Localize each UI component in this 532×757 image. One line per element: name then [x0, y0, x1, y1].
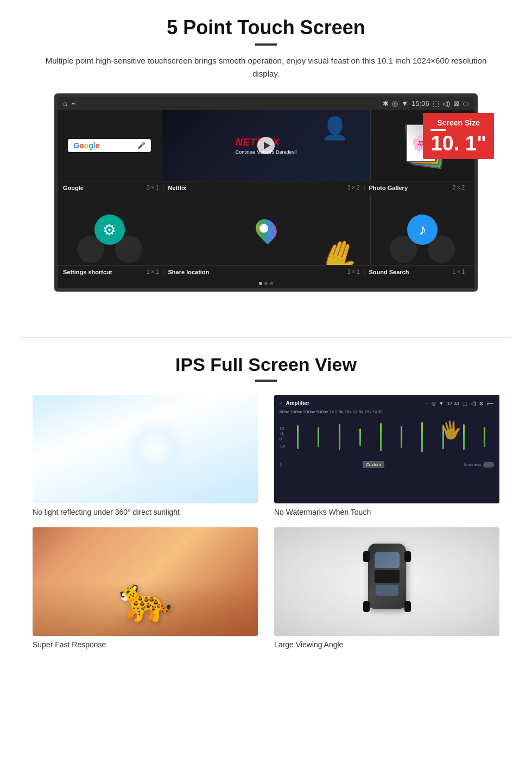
section-touch-screen: 5 Point Touch Screen Multiple point high…: [0, 0, 532, 294]
netflix-cell[interactable]: 👤 NETFLIX Continue Marvel's Daredevil: [162, 110, 371, 181]
feature-caption-1: No light reflecting under 360° direct su…: [33, 508, 258, 516]
car-wheel-rl: [363, 601, 370, 612]
eq-slider-1[interactable]: [297, 425, 299, 449]
eq-slider-7[interactable]: [421, 422, 423, 452]
share-label: Share location 1 × 1: [164, 269, 365, 275]
app-labels-row1: Google 3 × 1 Netflix 3 × 2 Photo Gallery…: [58, 181, 474, 194]
sky-image: [33, 395, 258, 503]
usb-icon: ⌁: [72, 99, 76, 108]
car-wheel-fl: [363, 551, 370, 562]
eq-balance-label: 10: [280, 427, 285, 431]
sound-name: Sound Search: [369, 269, 409, 275]
play-button[interactable]: [257, 137, 275, 154]
feature-no-watermark: ⌂ Amplifier ·· ◎ ▼ 17:33 ⬚ ◁) ⊠ ⟵ 60hz 1…: [274, 395, 499, 516]
eq-win: ⟵: [487, 401, 494, 406]
eq-slider-3[interactable]: [339, 424, 340, 450]
eq-x: ⊠: [479, 401, 484, 406]
mic-icon: 🎤: [137, 142, 145, 149]
feature-fast-response: 🐆 Super Fast Response: [33, 527, 258, 649]
eq-freq-labels: 60hz 100hz 200hz 500hz 1k 2.5k 10k 12.5k…: [280, 409, 382, 414]
google-name: Google: [63, 185, 84, 191]
car-windshield: [375, 552, 400, 568]
car-rear-window: [376, 585, 398, 596]
share-size: 1 × 1: [347, 269, 360, 275]
share-location-cell[interactable]: 🤚: [162, 194, 371, 265]
sound-size: 1 × 1: [452, 269, 465, 275]
netflix-thumbnail: 👤 NETFLIX Continue Marvel's Daredevil: [162, 110, 370, 181]
location-icon: ◎: [392, 99, 398, 108]
feature-caption-3: Super Fast Response: [33, 640, 258, 649]
eq-title: Amplifier: [286, 400, 309, 406]
feature-image-car: [274, 527, 499, 636]
sound-label: Sound Search 1 × 1: [365, 269, 470, 275]
car-top-view: [365, 544, 409, 620]
device-screen: ⌂ ⌁ ✱ ◎ ▼ 15:06 ⬚ ◁) ⊠ ▭: [54, 93, 478, 292]
sound-search-cell[interactable]: ♪: [371, 194, 475, 265]
eq-slider-4[interactable]: [359, 428, 361, 446]
section1-description: Multiple point high-sensitive touchscree…: [33, 54, 499, 80]
app-row-2: ⚙ 🤚: [58, 194, 474, 266]
feature-image-sky: [33, 395, 258, 503]
eq-loudness-label: loudness: [464, 462, 482, 467]
device-mockup: ⌂ ⌁ ✱ ◎ ▼ 15:06 ⬚ ◁) ⊠ ▭: [54, 93, 478, 292]
eq-custom-button[interactable]: Custom: [363, 461, 384, 468]
eq-vol: ◁): [471, 401, 476, 406]
dot-3: [270, 282, 273, 285]
car-roof: [375, 570, 400, 583]
badge-size: 10. 1": [430, 132, 486, 155]
cheetah-image: 🐆: [33, 527, 258, 636]
settings-size: 1 × 1: [147, 269, 159, 275]
eq-slider-5[interactable]: [380, 423, 382, 451]
feature-caption-4: Large Viewing Angle: [274, 640, 499, 649]
eq-fader-label: 0: [280, 437, 285, 441]
status-time: 15:06: [411, 99, 429, 108]
window-icon[interactable]: ▭: [463, 99, 469, 108]
camera-icon[interactable]: ⬚: [433, 99, 439, 108]
close-icon[interactable]: ⊠: [453, 99, 459, 108]
google-cell[interactable]: Google 🎤: [58, 110, 162, 181]
cheetah-silhouette: 🐆: [118, 574, 173, 625]
share-thumbnail: 🤚: [162, 194, 370, 265]
eq-location-icon: ◎: [432, 401, 436, 406]
gallery-label: Photo Gallery 2 × 2: [365, 185, 470, 191]
title-underline: [255, 43, 277, 46]
eq-loudness-toggle[interactable]: [483, 462, 494, 468]
pagination-dots: [58, 279, 474, 288]
sound-thumbnail: ♪: [371, 194, 475, 265]
status-center: ✱ ◎ ▼ 15:06 ⬚ ◁) ⊠ ▭: [383, 99, 469, 108]
google-search-bar[interactable]: Google 🎤: [68, 139, 151, 152]
netflix-label-cell: Netflix 3 × 2: [164, 185, 365, 191]
car-wheel-fr: [404, 551, 411, 562]
eq-time: 17:33: [447, 401, 459, 406]
section2-underline: [255, 380, 277, 382]
status-left-icons: ⌂ ⌁: [63, 99, 76, 108]
eq-back-icon[interactable]: ⟨⟨: [280, 462, 283, 467]
settings-name: Settings shortcut: [63, 269, 112, 275]
feature-caption-2: No Watermarks When Touch: [274, 508, 499, 516]
feature-image-cheetah: 🐆: [33, 527, 258, 636]
netflix-size: 3 × 2: [347, 185, 360, 191]
volume-icon[interactable]: ◁): [442, 99, 450, 108]
screen-size-badge: Screen Size 10. 1": [423, 113, 494, 159]
eq-wifi: ▼: [439, 401, 444, 406]
section2-title: IPS Full Screen View: [33, 354, 499, 375]
share-name: Share location: [168, 269, 210, 275]
eq-slider-2[interactable]: [318, 427, 319, 447]
google-logo: Google: [73, 141, 99, 150]
settings-cell[interactable]: ⚙: [58, 194, 162, 265]
features-grid: No light reflecting under 360° direct su…: [33, 395, 499, 649]
eq-balance-icon: ◁): [280, 432, 285, 436]
status-bar: ⌂ ⌁ ✱ ◎ ▼ 15:06 ⬚ ◁) ⊠ ▭: [58, 97, 474, 110]
google-label: Google 3 × 1: [63, 185, 164, 191]
settings-thumbnail: ⚙: [58, 194, 162, 265]
eq-fader-text: -10: [280, 444, 285, 448]
gallery-size: 2 × 2: [452, 185, 465, 191]
dot-2: [264, 282, 268, 285]
settings-label: Settings shortcut 1 × 1: [63, 269, 164, 275]
eq-slider-6[interactable]: [401, 426, 402, 448]
eq-slider-10[interactable]: [484, 427, 485, 447]
home-icon[interactable]: ⌂: [63, 99, 67, 108]
feature-image-equalizer: ⌂ Amplifier ·· ◎ ▼ 17:33 ⬚ ◁) ⊠ ⟵ 60hz 1…: [274, 395, 499, 503]
wifi-icon: ▼: [401, 99, 408, 108]
play-triangle-icon: [264, 142, 270, 149]
